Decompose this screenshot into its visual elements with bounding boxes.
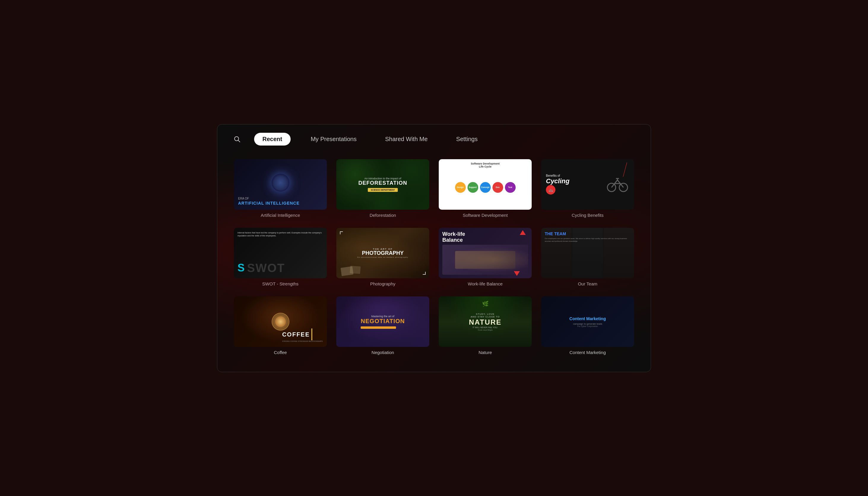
card-swot[interactable]: Internal factors that have led the compa… — [229, 225, 332, 293]
coffee-main-text: COFFEE — [282, 331, 310, 338]
circle-support: Support — [468, 182, 478, 193]
ai-subtitle: ERA OF — [238, 197, 323, 200]
card-label-ai: Artificial Intelligence — [261, 213, 300, 218]
swdev-title: Software DevelopmentLife Cycle — [471, 162, 500, 168]
worklife-image — [442, 245, 528, 275]
coffee-sub-text: STRONG COFFEE STRONGER RELATIONSHIPS — [282, 340, 323, 342]
deforestation-intro: An introduction to the impact of — [358, 177, 407, 180]
thumb-swot: Internal factors that have led the compa… — [234, 228, 327, 278]
card-label-worklife: Work-life Balance — [468, 281, 502, 286]
nature-author-text: Frank Lloyd Wright — [469, 329, 501, 331]
card-ourteam[interactable]: THE TEAM Our employees are our greatest … — [536, 225, 639, 293]
thumb-swdev: Software DevelopmentLife Cycle Design Su… — [439, 159, 532, 210]
neg-main-text: NEGOTIATION — [361, 318, 405, 325]
thumb-negotiation: Mastering the art of NEGOTIATION — [336, 296, 429, 347]
swot-desc: Internal factors that have led the compa… — [238, 231, 323, 237]
circle-testing: Test — [505, 182, 516, 193]
swot-logo: S — [238, 262, 245, 274]
card-worklife[interactable]: Work-lifeBalance Work-life Balance — [434, 225, 536, 293]
thumb-deforestation: An introduction to the impact of DEFORES… — [336, 159, 429, 210]
neg-mastering-text: Mastering the art of — [361, 315, 405, 318]
card-nature[interactable]: STUDY, LOVEAND STAY CLOSE TO NATURE IT W… — [434, 293, 536, 362]
card-label-deforestation: Deforestation — [370, 213, 396, 218]
card-coffee[interactable]: COFFEE STRONG COFFEE STRONGER RELATIONSH… — [229, 293, 332, 362]
swot-word: SWOT — [247, 261, 285, 275]
card-label-swot: SWOT - Strengths — [262, 281, 298, 286]
thumb-nature: STUDY, LOVEAND STAY CLOSE TO NATURE IT W… — [439, 296, 532, 347]
worklife-triangle-top — [520, 230, 526, 235]
contentmkt-title-text: Content Marketing — [569, 316, 606, 321]
thumb-coffee: COFFEE STRONG COFFEE STRONGER RELATIONSH… — [234, 296, 327, 347]
card-ai[interactable]: ERA OF ARTIFICIAL INTELLIGENCE Artificia… — [229, 156, 332, 225]
thumb-ourteam: THE TEAM Our employees are our greatest … — [541, 228, 634, 278]
thumb-cycling: Benefits of Cycling 🚲 — [541, 159, 634, 210]
ourteam-desc-text: Our employees are our greatest asset. We… — [545, 237, 630, 243]
search-button[interactable] — [231, 134, 242, 144]
nature-small-text: STUDY, LOVEAND STAY CLOSE TO — [469, 313, 501, 318]
svg-line-1 — [238, 140, 240, 142]
circle-design: Design — [455, 182, 466, 193]
tab-my-presentations[interactable]: My Presentations — [303, 133, 365, 145]
cycling-bike-icon — [606, 173, 629, 196]
thumb-worklife: Work-lifeBalance — [439, 228, 532, 278]
app-container: Recent My Presentations Shared With Me S… — [217, 124, 651, 372]
ourteam-title-text: THE TEAM — [545, 231, 630, 236]
thumb-photography: THE ART OF PHOTOGRAPHY An unconventional… — [336, 228, 429, 278]
card-deforestation[interactable]: An introduction to the impact of DEFORES… — [332, 156, 434, 225]
cycling-main-text: Cycling — [546, 177, 569, 185]
nature-quote-text: IT WILL NEVER FAIL YOU. — [469, 326, 501, 328]
thumb-contentmkt: Content Marketing campaign to generate l… — [541, 296, 634, 347]
tab-recent[interactable]: Recent — [254, 133, 291, 145]
card-negotiation[interactable]: Mastering the art of NEGOTIATION Negotia… — [332, 293, 434, 362]
nature-main-text: NATURE — [469, 318, 501, 326]
circle-dev: Dev — [493, 182, 503, 193]
presentations-grid: ERA OF ARTIFICIAL INTELLIGENCE Artificia… — [217, 154, 651, 372]
coffee-line-decoration — [311, 328, 312, 340]
card-cycling[interactable]: Benefits of Cycling 🚲 — [536, 156, 639, 225]
card-photography[interactable]: THE ART OF PHOTOGRAPHY An unconventional… — [332, 225, 434, 293]
photo-sub-text: An unconventional take on modern photogr… — [357, 256, 408, 258]
card-label-swdev: Software Development — [463, 213, 508, 218]
worklife-title-text: Work-lifeBalance — [442, 231, 528, 243]
ai-title: ARTIFICIAL INTELLIGENCE — [238, 201, 323, 205]
card-label-cycling: Cycling Benefits — [572, 213, 604, 218]
cycling-badge: 🚲 — [546, 185, 556, 195]
photo-main-text: PHOTOGRAPHY — [357, 250, 408, 256]
card-label-negotiation: Negotiation — [372, 350, 394, 355]
nav-bar: Recent My Presentations Shared With Me S… — [217, 124, 651, 154]
photo-corner-tl — [340, 231, 343, 234]
worklife-triangle-bottom — [514, 271, 520, 276]
cycling-benefits-text: Benefits of — [546, 174, 569, 177]
deforestation-badge: SCIENCE DEPARTMENT — [368, 188, 398, 192]
card-label-nature: Nature — [479, 350, 492, 355]
neg-bar-decoration — [361, 326, 396, 329]
deforestation-title: DEFORESTATION — [358, 180, 407, 186]
card-label-coffee: Coffee — [274, 350, 287, 355]
card-label-photography: Photography — [370, 281, 396, 286]
contentmkt-corp-text: For Zyber Corporation — [577, 325, 598, 327]
contentmkt-sub-text: campaign to generate leads — [573, 323, 602, 325]
card-label-ourteam: Our Team — [578, 281, 598, 286]
card-label-contentmkt: Content Marketing — [569, 350, 606, 355]
card-content-marketing[interactable]: Content Marketing campaign to generate l… — [536, 293, 639, 362]
thumb-ai: ERA OF ARTIFICIAL INTELLIGENCE — [234, 159, 327, 210]
card-software-dev[interactable]: Software DevelopmentLife Cycle Design Su… — [434, 156, 536, 225]
tab-settings[interactable]: Settings — [448, 133, 486, 145]
circle-concept: Concept — [480, 182, 491, 193]
tab-shared-with-me[interactable]: Shared With Me — [377, 133, 436, 145]
coffee-cup-icon — [272, 313, 289, 330]
photo-corner-br — [423, 272, 426, 275]
